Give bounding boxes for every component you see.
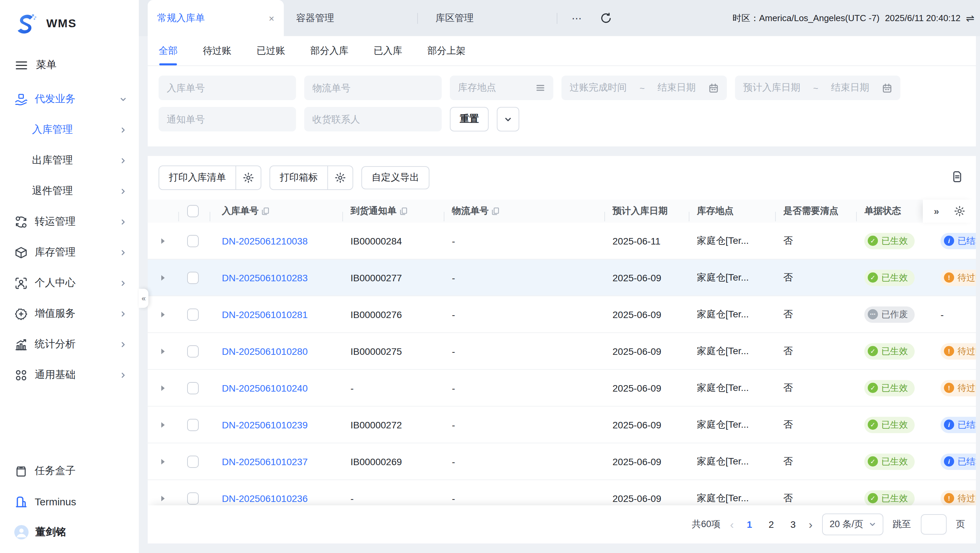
gear-icon[interactable] [235, 166, 261, 189]
logistics-no-input[interactable] [304, 76, 442, 100]
sidebar-item-transfer[interactable]: 转运管理 [0, 206, 139, 237]
table-row[interactable]: DN-2025061010281 IB00000276 - 2025-06-09… [148, 296, 976, 333]
row-expand-icon[interactable] [161, 312, 165, 317]
row-checkbox[interactable] [187, 271, 199, 284]
row-expand-icon[interactable] [161, 496, 165, 501]
sidebar-item-inventory[interactable]: 库存管理 [0, 237, 139, 268]
row-expand-icon[interactable] [161, 238, 165, 244]
inbound-order-link[interactable]: DN-2025061210038 [222, 235, 308, 246]
table-row[interactable]: DN-2025061010236 - - 2025-06-09 家庭仓[Ter.… [148, 480, 976, 505]
inbound-order-link[interactable]: DN-2025061010240 [222, 382, 308, 393]
sidebar-item-daifa[interactable]: 代发业务 [0, 84, 139, 115]
row-checkbox[interactable] [187, 308, 199, 320]
sidebar-item-inbound[interactable]: 入库管理 [0, 115, 139, 145]
tab-regular-inbound[interactable]: 常规入库单 × [148, 0, 284, 36]
header-label: 预计入库日期 [612, 205, 668, 217]
sidebar-collapse-handle[interactable]: « [139, 289, 148, 308]
tab-warehouse-area-mgmt[interactable]: 库区管理 [436, 0, 474, 36]
select-all-checkbox[interactable] [187, 205, 199, 217]
sidebar-item-task-box[interactable]: 任务盒子 [0, 456, 139, 486]
copy-icon[interactable] [492, 207, 500, 215]
more-tabs-button[interactable]: ⋯ [572, 0, 582, 36]
print-box-label-button[interactable]: 打印箱标 [269, 166, 353, 190]
receiver-contact-input[interactable] [304, 107, 442, 131]
subtab-partial-inbound[interactable]: 部分入库 [310, 36, 348, 65]
expected-date-range[interactable]: 预计入库日期 ~ 结束日期 [735, 76, 900, 100]
row-checkbox[interactable] [187, 492, 199, 504]
inbound-order-link[interactable]: DN-2025061010283 [222, 272, 308, 283]
page-2[interactable]: 2 [765, 519, 778, 530]
page-1[interactable]: 1 [743, 519, 756, 530]
reset-label: 重置 [460, 113, 479, 125]
copy-icon[interactable] [261, 207, 269, 215]
refresh-icon[interactable] [600, 12, 612, 24]
column-tools-panel: » [923, 199, 976, 223]
page-3[interactable]: 3 [787, 519, 799, 530]
close-icon[interactable]: × [269, 13, 274, 24]
gear-icon[interactable] [327, 166, 353, 189]
table-row[interactable]: DN-2025061010283 IB00000277 - 2025-06-09… [148, 260, 976, 296]
row-expand-icon[interactable] [161, 459, 165, 464]
inbound-order-link[interactable]: DN-2025061010239 [222, 419, 308, 430]
expand-columns-icon[interactable]: » [934, 206, 939, 217]
row-checkbox[interactable] [187, 345, 199, 357]
stock-location-cell: 家庭仓[Ter... [689, 234, 775, 247]
subtab-pending-post[interactable]: 待过账 [203, 36, 231, 65]
table-row[interactable]: DN-2025061010237 IB00000269 - 2025-06-09… [148, 443, 976, 480]
table-row[interactable]: DN-2025061210038 IB00000284 - 2025-06-11… [148, 223, 976, 260]
transfer-icon [14, 215, 28, 228]
sidebar-item-personal[interactable]: 个人中心 [0, 268, 139, 298]
prev-page-icon[interactable]: ‹ [730, 519, 733, 530]
stock-location-select[interactable]: 库存地点 [450, 76, 553, 100]
document-icon[interactable] [951, 170, 964, 183]
sidebar-item-statistics[interactable]: 统计分析 [0, 329, 139, 360]
tab-label: 常规入库单 [157, 12, 205, 24]
jump-page-input[interactable] [920, 514, 946, 535]
row-expand-icon[interactable] [161, 422, 165, 427]
subtab-partial-shelved[interactable]: 部分上架 [427, 36, 466, 65]
sidebar-item-returns[interactable]: 退件管理 [0, 176, 139, 206]
row-checkbox[interactable] [187, 455, 199, 467]
subtab-inbound[interactable]: 已入库 [374, 36, 402, 65]
tab-container-mgmt[interactable]: 容器管理 [296, 0, 334, 36]
copy-icon[interactable] [399, 207, 407, 215]
print-list-label: 打印入库清单 [159, 166, 235, 189]
row-expand-icon[interactable] [161, 348, 165, 354]
table-row[interactable]: DN-2025061010240 - - 2025-06-09 家庭仓[Ter.… [148, 370, 976, 406]
sidebar-item-terminus[interactable]: Terminus [0, 486, 139, 517]
inbound-order-no-input[interactable] [159, 76, 296, 100]
table-row[interactable]: DN-2025061010239 IB00000272 - 2025-06-09… [148, 406, 976, 443]
inbound-order-link[interactable]: DN-2025061010281 [222, 309, 308, 320]
doc-status-badge: ✓已生效 [864, 380, 915, 396]
sidebar-item-outbound[interactable]: 出库管理 [0, 145, 139, 176]
posting-date-range[interactable]: 过账完成时间 ~ 结束日期 [562, 76, 727, 100]
date-end-placeholder: 结束日期 [657, 82, 695, 94]
sidebar-item-general[interactable]: 通用基础 [0, 360, 139, 390]
row-checkbox[interactable] [187, 382, 199, 394]
row-checkbox[interactable] [187, 419, 199, 431]
table-row[interactable]: DN-2025061010280 IB00000275 - 2025-06-09… [148, 333, 976, 370]
inbound-order-link[interactable]: DN-2025061010237 [222, 456, 308, 467]
sidebar-item-value-added[interactable]: 增值服务 [0, 298, 139, 329]
user-profile[interactable]: 董剑铭 [0, 517, 139, 548]
expand-filters-button[interactable] [497, 107, 519, 131]
reset-button[interactable]: 重置 [450, 107, 488, 131]
doc-status-cell: ✓已生效 [856, 380, 932, 396]
swap-timezone-icon[interactable]: ⇌ [966, 12, 975, 24]
print-inbound-list-button[interactable]: 打印入库清单 [159, 166, 261, 190]
row-checkbox[interactable] [187, 234, 199, 247]
subtab-all[interactable]: 全部 [159, 36, 178, 65]
stock-location-cell: 家庭仓[Ter... [689, 271, 775, 284]
menu-toggle[interactable]: 菜单 [0, 37, 139, 72]
page-size-select[interactable]: 20 条/页 [822, 513, 883, 535]
column-settings-gear-icon[interactable] [954, 206, 965, 217]
inbound-order-link[interactable]: DN-2025061010280 [222, 346, 308, 357]
row-expand-icon[interactable] [161, 385, 165, 390]
inbound-order-link[interactable]: DN-2025061010236 [222, 493, 308, 504]
row-expand-icon[interactable] [161, 275, 165, 280]
custom-export-button[interactable]: 自定义导出 [361, 166, 430, 189]
next-page-icon[interactable]: › [809, 519, 813, 530]
calendar-icon [882, 83, 892, 93]
notice-no-input[interactable] [159, 107, 296, 131]
subtab-posted[interactable]: 已过账 [256, 36, 285, 65]
